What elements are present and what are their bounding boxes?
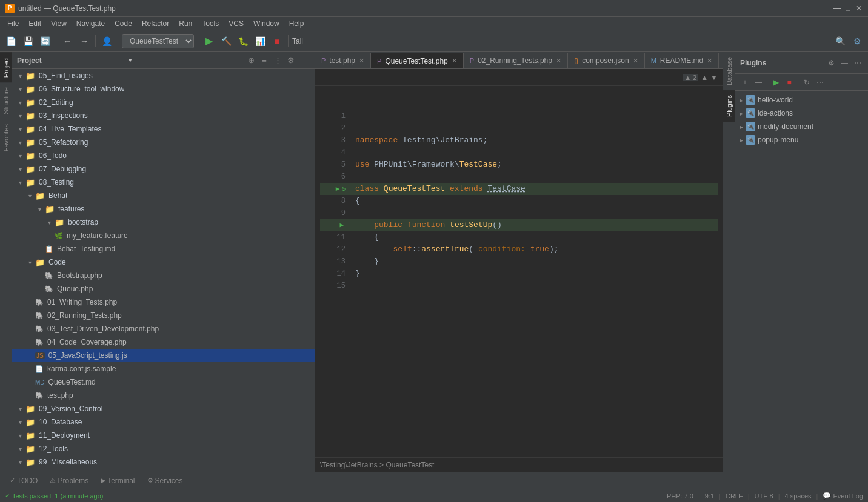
bottom-tab-problems[interactable]: ⚠ Problems — [45, 475, 93, 486]
menu-refactor[interactable]: Refactor — [137, 18, 174, 29]
plugin-remove-btn[interactable]: — — [752, 76, 764, 88]
vertical-tab-favorites[interactable]: Favorites — [0, 119, 12, 156]
tab-close-queue[interactable]: ✕ — [452, 57, 457, 65]
tree-item[interactable]: 🌿my_feature.feature — [12, 229, 315, 242]
tab-close-readme[interactable]: ✕ — [707, 57, 712, 65]
tree-item[interactable]: ▾📁03_Inspections — [12, 109, 315, 122]
search-everywhere-button[interactable]: 🔍 — [833, 34, 847, 48]
tree-item[interactable]: ▾📁10_Database — [12, 415, 315, 429]
menu-code[interactable]: Code — [110, 18, 137, 29]
tree-item[interactable]: MDQueueTest.md — [12, 375, 315, 389]
tree-item[interactable]: 🐘04_Code_Coverage.php — [12, 335, 315, 349]
settings-button[interactable]: ⚙ — [850, 34, 864, 48]
project-hide-btn[interactable]: — — [299, 55, 310, 66]
menu-view[interactable]: View — [46, 18, 72, 29]
menu-run[interactable]: Run — [174, 18, 197, 29]
minimize-button[interactable]: — — [833, 4, 841, 13]
tab-close-test-php[interactable]: ✕ — [359, 57, 364, 65]
cursor-position-status[interactable]: 9:1 — [705, 492, 714, 500]
gutter-arrow-icon[interactable]: ↻ — [341, 185, 346, 193]
tree-item[interactable]: ▾📁05_Refactoring — [12, 136, 315, 149]
inspection-up-btn[interactable]: ▲ — [701, 73, 708, 82]
tree-item[interactable]: 🐘Bootstrap.php — [12, 269, 315, 282]
tree-item[interactable]: 📋Behat_Testing.md — [12, 242, 315, 256]
inspection-count[interactable]: ▲ 2 — [683, 74, 698, 81]
run-button[interactable]: ▶ — [202, 34, 216, 48]
tree-item[interactable]: 🐘03_Test_Driven_Development.php — [12, 322, 315, 335]
plugin-restart-btn[interactable]: ↻ — [801, 76, 813, 88]
menu-vcs[interactable]: VCS — [224, 18, 249, 29]
tab-composer-json[interactable]: {} composer.json ✕ — [568, 53, 645, 68]
menu-help[interactable]: Help — [284, 18, 309, 29]
tree-item[interactable]: ▾📁06_Structure_tool_window — [12, 82, 315, 96]
coverage-button[interactable]: 📊 — [253, 34, 267, 48]
plugin-stop-btn[interactable]: ■ — [783, 76, 795, 88]
project-scope-btn[interactable]: ⊕ — [245, 55, 256, 66]
menu-window[interactable]: Window — [249, 18, 284, 29]
menu-tools[interactable]: Tools — [197, 18, 224, 29]
tree-item[interactable]: 🐘01_Writing_Tests.php — [12, 296, 315, 309]
vertical-tab-plugins[interactable]: Plugins — [723, 90, 735, 122]
tab-readme-md[interactable]: M README.md ✕ — [645, 53, 719, 68]
project-collapse-btn[interactable]: ≡ — [259, 55, 270, 66]
project-settings-btn[interactable]: ⚙ — [285, 55, 296, 66]
tree-item[interactable]: ▾📁Behat — [12, 189, 315, 202]
gutter-run-icon[interactable]: ▶ — [336, 185, 340, 193]
tree-item[interactable]: ▾📁07_Debugging — [12, 162, 315, 176]
plugin-item[interactable]: ▸🔌popup-menu — [735, 133, 868, 147]
tree-item[interactable]: ▾📁09_Version_Control — [12, 402, 315, 415]
tree-item[interactable]: ▾📁features — [12, 202, 315, 216]
gutter-run-icon[interactable]: ▶ — [339, 222, 344, 229]
tree-item[interactable]: ▾📁04_Live_Templates — [12, 122, 315, 136]
plugin-more-btn[interactable]: ⋯ — [814, 76, 826, 88]
plugins-minimize-btn[interactable]: — — [839, 58, 850, 68]
toolbar-sync-button[interactable]: 🔄 — [38, 34, 52, 48]
tab-test-php[interactable]: P test.php ✕ — [315, 53, 371, 68]
tree-item[interactable]: ▾📁06_Todo — [12, 149, 315, 162]
vertical-tab-project[interactable]: Project — [0, 52, 12, 82]
toolbar-back-button[interactable]: ← — [60, 34, 75, 48]
tree-item[interactable]: ▾📁02_Editing — [12, 96, 315, 109]
inspection-down-btn[interactable]: ▼ — [710, 73, 718, 82]
plugin-item[interactable]: ▸🔌ide-actions — [735, 107, 868, 120]
bottom-tab-terminal[interactable]: ▶ Terminal — [96, 475, 139, 486]
tree-item[interactable]: ▾📁bootstrap — [12, 216, 315, 229]
tab-02-running-tests-php[interactable]: P 02_Running_Tests.php ✕ — [464, 53, 568, 68]
plugins-settings-btn[interactable]: ⚙ — [826, 58, 836, 68]
debug-button[interactable]: 🐛 — [236, 34, 250, 48]
indent-status[interactable]: 4 spaces — [785, 492, 812, 500]
maximize-button[interactable]: □ — [844, 4, 852, 13]
toolbar-forward-button[interactable]: → — [77, 34, 92, 48]
tree-item[interactable]: 📄karma.conf.js.sample — [12, 362, 315, 375]
tabs-more-button[interactable]: ▾ — [719, 53, 723, 68]
tab-close-running[interactable]: ✕ — [556, 57, 561, 65]
event-log-status[interactable]: 💬 Event Log — [823, 492, 863, 500]
test-result-status[interactable]: ✓ Tests passed: 1 (a minute ago) — [5, 492, 103, 500]
toolbar-new-file-button[interactable]: 📄 — [4, 34, 18, 48]
tab-close-composer[interactable]: ✕ — [633, 57, 638, 65]
stop-button[interactable]: ■ — [270, 34, 284, 48]
tree-item[interactable]: ▾📁11_Deployment — [12, 429, 315, 442]
encoding-status[interactable]: UTF-8 — [755, 492, 773, 500]
menu-file[interactable]: File — [2, 18, 24, 29]
run-config-dropdown[interactable]: QueueTestTest — [122, 34, 194, 48]
plugin-item[interactable]: ▸🔌modify-document — [735, 120, 868, 133]
tree-item[interactable]: ▾📁08_Testing — [12, 176, 315, 189]
tree-item[interactable]: ▾📁Code — [12, 256, 315, 269]
code-editor[interactable]: 123namespace Testing\JetBrains;45use PHP… — [315, 86, 723, 457]
menu-edit[interactable]: Edit — [24, 18, 46, 29]
project-more-btn[interactable]: ⋮ — [272, 55, 283, 66]
toolbar-save-button[interactable]: 💾 — [21, 34, 35, 48]
tree-item[interactable]: ▾📁99_Miscellaneous — [12, 455, 315, 469]
tree-item[interactable]: ▾📁12_Tools — [12, 442, 315, 455]
tree-item[interactable]: 🐘test.php — [12, 389, 315, 402]
tab-queue-test-test-php[interactable]: P QueueTestTest.php ✕ — [371, 53, 464, 68]
bottom-tab-services[interactable]: ⚙ Services — [142, 475, 188, 486]
line-ending-status[interactable]: CRLF — [726, 492, 743, 500]
bottom-tab-todo[interactable]: ✓ TODO — [5, 475, 42, 486]
toolbar-profile-button[interactable]: 👤 — [99, 34, 114, 48]
build-button[interactable]: 🔨 — [219, 34, 233, 48]
vertical-tab-database[interactable]: Database — [723, 52, 735, 90]
tree-item[interactable]: 🐘Queue.php — [12, 282, 315, 296]
plugins-more-btn[interactable]: ⋯ — [852, 58, 863, 68]
